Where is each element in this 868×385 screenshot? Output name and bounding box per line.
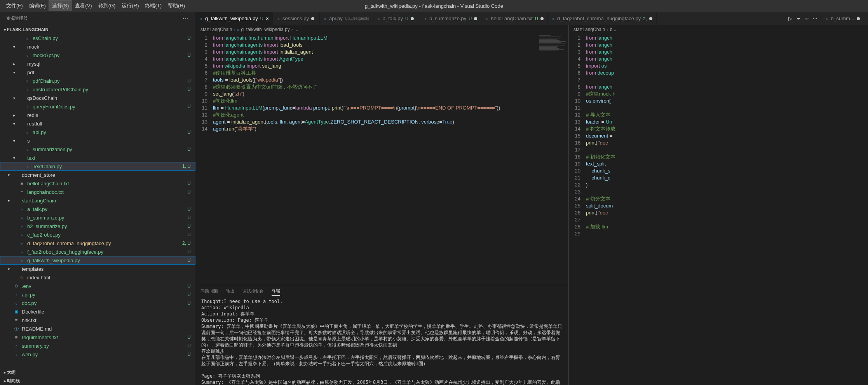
project-root[interactable]: ▾ FLASK-LANGCHAIN: [0, 25, 195, 34]
folder-item[interactable]: ▾restfull: [0, 119, 195, 128]
file-item[interactable]: ⬨summarization.pyU: [0, 145, 195, 153]
breadcrumb[interactable]: startLangChain› ⬨ g_talkwith_wikipedia.p…: [196, 25, 568, 34]
folder-item[interactable]: ▾templates: [0, 265, 195, 273]
file-item[interactable]: ⬨g_talkwith_wikipedia.pyU: [0, 256, 195, 265]
file-item[interactable]: ⬨pdfChain.pyU: [0, 77, 195, 85]
py-icon: ⬨: [13, 351, 19, 357]
folder-item[interactable]: ▸mysql: [0, 59, 195, 68]
code-editor[interactable]: from langchfrom langchfrom langchfrom la…: [586, 34, 868, 385]
editor-tab[interactable]: ⬨sessions.py: [273, 12, 320, 25]
file-item[interactable]: ◇index.html: [0, 273, 195, 282]
git-status: U: [187, 343, 191, 348]
dirty-icon: [649, 17, 652, 20]
close-icon[interactable]: ×: [266, 16, 269, 22]
menu-item[interactable]: 文件(F): [3, 1, 26, 11]
file-item[interactable]: ⬨mockGpt.pyU: [0, 51, 195, 59]
code-editor[interactable]: from langchain.llms.human import HumanIn…: [213, 34, 568, 285]
panel-tab[interactable]: 调试控制台: [242, 287, 264, 296]
editor-tab[interactable]: ⬨b_summarize.pyU: [420, 12, 481, 25]
minimap[interactable]: [537, 34, 568, 285]
file-item[interactable]: ⬨summary.pyU: [0, 341, 195, 350]
file-item[interactable]: ⚙.envU: [0, 282, 195, 290]
file-item[interactable]: ▣Dockerfile: [0, 307, 195, 316]
file-item[interactable]: ⬨a_talk.pyU: [0, 205, 195, 213]
editor-tab[interactable]: ⬨d_faq2robot_chroma_huggingface.py2,: [548, 12, 657, 25]
folder-item[interactable]: ▸redis: [0, 111, 195, 119]
folder-icon: [19, 69, 25, 75]
menu-item[interactable]: 帮助(H): [165, 1, 188, 11]
menu-item[interactable]: 选择(S): [49, 1, 72, 11]
panel-tab[interactable]: 输出: [226, 287, 235, 296]
editor-tab[interactable]: ⬨g_talkwith_wikipedia.pyU×: [196, 12, 273, 25]
file-item[interactable]: ⬨b_summarize.pyU: [0, 213, 195, 222]
file-item[interactable]: ≡nltk.txt: [0, 316, 195, 324]
file-item[interactable]: ⓘREADME.md: [0, 324, 195, 333]
breadcrumb[interactable]: startLangChain› b...: [569, 25, 868, 34]
item-label: docment_store: [22, 172, 55, 178]
file-item[interactable]: ≡requirements.txtU: [0, 333, 195, 341]
file-item[interactable]: ⬨api.pyU: [0, 128, 195, 136]
git-status: 2, U: [182, 240, 191, 246]
file-item[interactable]: ⬨esChain.pyU: [0, 34, 195, 42]
outline-section[interactable]: ▸ 大纲: [0, 368, 195, 376]
line-gutter: 1234567891011121314151617181920212223242…: [569, 34, 586, 385]
py-icon: ⬨: [24, 78, 30, 84]
editor-tab[interactable]: ⬨b_summ...: [821, 12, 868, 25]
more-icon[interactable]: ⋯: [812, 16, 817, 21]
dirty-icon: [311, 17, 314, 20]
folder-icon: [13, 197, 19, 204]
item-label: redis: [27, 112, 38, 118]
folder-item[interactable]: ▾pdf: [0, 68, 195, 77]
timeline-section[interactable]: ▸ 时间线: [0, 376, 195, 385]
diff-icon[interactable]: ▫▫: [805, 16, 809, 21]
terminal-output[interactable]: Thought:I need to use a tool. Action: Wi…: [196, 297, 568, 385]
folder-item[interactable]: ▾docment_store: [0, 171, 195, 179]
line-gutter: 1234567891011121314: [196, 34, 213, 285]
editor-tab[interactable]: ⬨a_talk.pyU: [373, 12, 420, 25]
file-item[interactable]: ⬨f_faq2robot_docs_huggingface.pyU: [0, 247, 195, 256]
panel-tab[interactable]: 问题3: [200, 287, 218, 296]
folder-item[interactable]: ▾s: [0, 136, 195, 145]
file-item[interactable]: ⬨web.pyU: [0, 350, 195, 359]
item-label: d_faq2robot_chroma_huggingface.py: [27, 240, 111, 246]
folder-item[interactable]: ▾text: [0, 153, 195, 162]
file-item[interactable]: ⬨b2_summarize.pyU: [0, 222, 195, 230]
file-item[interactable]: ⬨d_faq2robot_chroma_huggingface.py2, U: [0, 239, 195, 247]
file-item[interactable]: ⬨queryFromDocs.pyU: [0, 102, 195, 111]
folder-icon: [19, 120, 25, 127]
folder-item[interactable]: ▾startLangChain: [0, 196, 195, 205]
split-icon[interactable]: ⫟: [796, 16, 801, 21]
file-item[interactable]: ⬨doc.pyU: [0, 299, 195, 307]
git-status: U: [187, 35, 191, 41]
git-status: U: [187, 352, 191, 357]
file-item[interactable]: ≡helloLangChain.txtU: [0, 179, 195, 188]
py-icon: ⬨: [24, 52, 30, 58]
menu-item[interactable]: 运行(R): [119, 1, 142, 11]
menu-item[interactable]: 转到(G): [95, 1, 119, 11]
menu-item[interactable]: 查看(V): [72, 1, 95, 11]
git-status: U: [187, 292, 191, 297]
editor-tab[interactable]: ⬨api.pyC:\...\requests: [320, 12, 373, 25]
file-item[interactable]: ≡langchaindoc.txtU: [0, 188, 195, 196]
editor-tab[interactable]: ⬨helloLangChain.txtU: [481, 12, 548, 25]
panel-tab[interactable]: 终端: [272, 286, 280, 296]
txt-icon: ≡: [19, 189, 25, 195]
git-status: U: [187, 78, 191, 84]
bottom-panel: 问题3输出调试控制台终端 Thought:I need to use a too…: [196, 285, 568, 385]
file-item[interactable]: ⬨api.pyU: [0, 290, 195, 299]
py-icon: ⬨: [13, 300, 19, 306]
menu-item[interactable]: 编辑(E): [26, 1, 49, 11]
menu-item[interactable]: 终端(T): [142, 1, 165, 11]
folder-icon: [19, 112, 25, 118]
item-label: s: [27, 138, 30, 144]
item-label: doc.py: [22, 300, 37, 306]
folder-item[interactable]: ▾mock: [0, 42, 195, 51]
chevron-icon: ▾: [12, 45, 16, 49]
file-item[interactable]: ⬨TextChain.py1, U: [0, 162, 195, 171]
file-item[interactable]: ⬨unstructuredPdfChain.pyU: [0, 85, 195, 94]
more-icon[interactable]: ⋯: [183, 15, 189, 22]
file-item[interactable]: ⬨c_faq2robot.pyU: [0, 230, 195, 239]
run-icon[interactable]: ▷: [788, 16, 792, 21]
folder-item[interactable]: ▾qsDocsChain: [0, 94, 195, 102]
chevron-down-icon: ▾: [2, 28, 7, 32]
